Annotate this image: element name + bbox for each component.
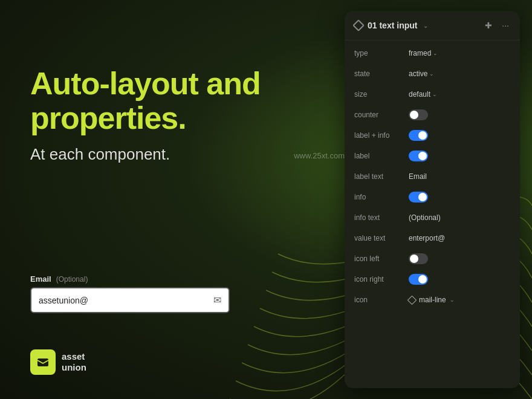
prop-name-label: value text: [354, 234, 409, 242]
panel-header-left: 01 text input ⌄: [354, 21, 484, 30]
prop-name-label: counter: [354, 111, 409, 119]
brand-name: asset union: [62, 351, 86, 373]
subheadline-text: At each component.: [30, 145, 314, 164]
brand-logo: asset union: [30, 349, 314, 375]
prop-name-label: label + info: [354, 131, 409, 140]
prop-value[interactable]: [409, 192, 510, 203]
headline-text: Auto-layout and properties.: [30, 66, 314, 135]
prop-row-counter: counter: [345, 105, 520, 125]
prop-value[interactable]: [409, 253, 510, 264]
chevron-down-icon: ⌄: [450, 297, 455, 303]
prop-row-icon-left: icon left: [345, 248, 520, 269]
diamond-icon: [352, 19, 365, 31]
prop-row-size: sizedefault ⌄: [345, 84, 520, 105]
chevron-down-icon: ⌄: [433, 50, 438, 56]
prop-dropdown[interactable]: default ⌄: [409, 90, 437, 99]
prop-row-label: label: [345, 146, 520, 166]
panel-body: typeframed ⌄stateactive ⌄sizedefault ⌄co…: [345, 41, 520, 388]
icon-dropdown[interactable]: mail-line ⌄: [409, 296, 455, 304]
prop-row-info-text: info text(Optional): [345, 207, 520, 228]
prop-name-label: info: [354, 193, 409, 201]
prop-row-label-+-info: label + info: [345, 125, 520, 146]
field-label: Email (Optional): [30, 274, 314, 284]
prop-name-label: type: [354, 49, 409, 57]
label-main: Email: [30, 274, 51, 284]
headline-block: Auto-layout and properties. At each comp…: [30, 66, 314, 164]
prop-value[interactable]: [409, 130, 510, 141]
prop-value[interactable]: mail-line ⌄: [409, 296, 510, 304]
more-button[interactable]: ···: [501, 19, 510, 31]
prop-name-label: label: [354, 152, 409, 160]
prop-value: enterport@: [409, 234, 510, 242]
toggle-on[interactable]: [409, 130, 428, 141]
panel-title-chevron: ⌄: [423, 22, 428, 29]
prop-dropdown[interactable]: active ⌄: [409, 70, 434, 78]
prop-dropdown[interactable]: framed ⌄: [409, 49, 438, 57]
toggle-off[interactable]: [409, 253, 428, 264]
prop-value-text: framed: [409, 49, 431, 57]
prop-row-label-text: label textEmail: [345, 166, 520, 187]
prop-name-label: state: [354, 70, 409, 78]
prop-value[interactable]: [409, 109, 510, 120]
prop-name-label: icon: [354, 296, 409, 304]
prop-name-label: size: [354, 90, 409, 99]
svg-rect-0: [37, 358, 48, 366]
input-wrapper[interactable]: ✉: [30, 287, 230, 313]
diamond-icon: [407, 295, 417, 305]
email-input[interactable]: [39, 296, 213, 305]
prop-name-label: icon right: [354, 275, 409, 284]
icon-name-text: mail-line: [419, 296, 446, 304]
prop-value: Email: [409, 172, 510, 181]
prop-value[interactable]: default ⌄: [409, 90, 510, 99]
prop-text-value: Email: [409, 172, 427, 181]
prop-value-text: default: [409, 90, 430, 99]
prop-text-value: (Optional): [409, 213, 441, 222]
toggle-on[interactable]: [409, 151, 428, 161]
demo-form: Email (Optional) ✉: [30, 274, 314, 313]
toggle-on[interactable]: [409, 192, 428, 203]
prop-value-text: active: [409, 70, 427, 78]
prop-row-icon-right: icon right: [345, 269, 520, 290]
label-optional: (Optional): [56, 275, 88, 284]
prop-value[interactable]: framed ⌄: [409, 49, 510, 57]
prop-name-label: icon left: [354, 255, 409, 263]
toggle-off[interactable]: [409, 109, 428, 120]
main-content: Auto-layout and properties. At each comp…: [0, 0, 532, 399]
prop-value[interactable]: [409, 151, 510, 161]
left-panel: Auto-layout and properties. At each comp…: [0, 0, 345, 399]
chevron-down-icon: ⌄: [429, 71, 434, 77]
prop-value[interactable]: active ⌄: [409, 70, 510, 78]
prop-name-label: info text: [354, 213, 409, 222]
panel-header-actions: ✚ ···: [484, 19, 510, 31]
prop-row-type: typeframed ⌄: [345, 43, 520, 63]
prop-text-value: enterport@: [409, 234, 445, 242]
brand-icon: [30, 349, 56, 375]
prop-row-value-text: value textenterport@: [345, 228, 520, 248]
grid-button[interactable]: ✚: [484, 19, 493, 31]
prop-row-state: stateactive ⌄: [345, 63, 520, 84]
chevron-down-icon: ⌄: [432, 91, 437, 97]
email-icon: ✉: [213, 294, 221, 306]
prop-value[interactable]: [409, 274, 510, 285]
prop-value: (Optional): [409, 213, 510, 222]
properties-panel: 01 text input ⌄ ✚ ··· typeframed ⌄statea…: [345, 11, 520, 388]
prop-row-icon: iconmail-line ⌄: [345, 290, 520, 310]
prop-row-info: info: [345, 187, 520, 207]
prop-name-label: label text: [354, 172, 409, 181]
panel-title: 01 text input: [368, 21, 417, 30]
panel-header: 01 text input ⌄ ✚ ···: [345, 11, 520, 41]
toggle-on[interactable]: [409, 274, 428, 285]
